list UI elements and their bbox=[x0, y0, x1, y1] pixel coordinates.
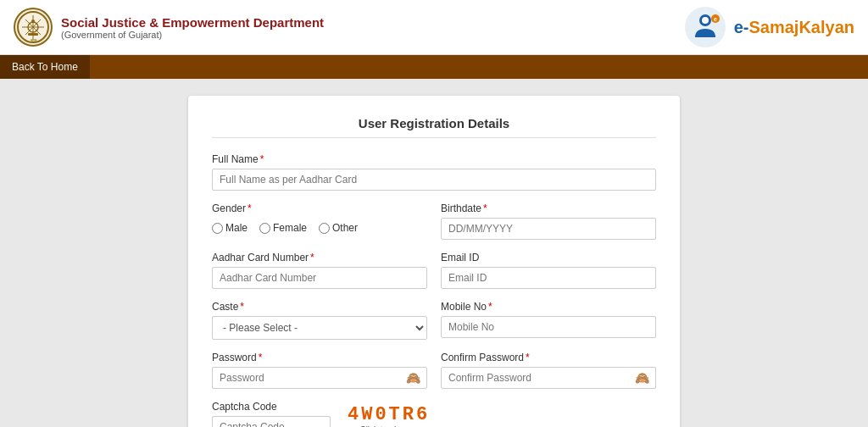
captcha-display: 4W0TR6 Click to change bbox=[348, 404, 430, 427]
gender-birthdate-row: Gender* Male Female Other bbox=[212, 202, 656, 252]
captcha-row: Captcha Code 4W0TR6 Click to change bbox=[212, 401, 656, 427]
org-name: Social Justice & Empowerment Department bbox=[61, 15, 324, 30]
back-to-home-button[interactable]: Back To Home bbox=[0, 55, 91, 79]
gender-male-option[interactable]: Male bbox=[212, 222, 248, 234]
birthdate-label: Birthdate* bbox=[441, 202, 656, 214]
password-input[interactable] bbox=[212, 367, 427, 389]
full-name-label: Full Name* bbox=[212, 153, 656, 165]
gender-female-radio[interactable] bbox=[259, 223, 270, 234]
password-label: Password* bbox=[212, 352, 427, 363]
email-input[interactable] bbox=[441, 267, 656, 289]
birthdate-input[interactable] bbox=[441, 218, 656, 240]
full-name-group: Full Name* bbox=[212, 153, 656, 191]
svg-text:भारत: भारत bbox=[31, 38, 37, 42]
captcha-label: Captcha Code bbox=[212, 401, 331, 413]
gender-radio-group: Male Female Other bbox=[212, 218, 427, 238]
logo-right: e e-SamajKalyan bbox=[683, 5, 854, 49]
logo-prefix: e- bbox=[734, 18, 749, 36]
captcha-group: Captcha Code 4W0TR6 Click to change bbox=[212, 401, 656, 427]
caste-select[interactable]: - Please Select - bbox=[212, 316, 427, 340]
captcha-input[interactable] bbox=[212, 416, 331, 427]
org-sub: (Government of Gujarat) bbox=[61, 30, 324, 40]
emblem-icon: भारत bbox=[14, 8, 53, 47]
password-row: Password* 🙈 Confirm Password* 🙈 bbox=[212, 352, 656, 401]
password-toggle-icon[interactable]: 🙈 bbox=[406, 371, 420, 385]
main-content: User Registration Details Full Name* Gen… bbox=[0, 79, 868, 427]
svg-rect-11 bbox=[28, 33, 38, 36]
confirm-password-input[interactable] bbox=[441, 367, 656, 389]
confirm-password-input-wrapper: 🙈 bbox=[441, 367, 656, 389]
svg-point-13 bbox=[685, 7, 726, 47]
password-input-wrapper: 🙈 bbox=[212, 367, 427, 389]
mobile-input[interactable] bbox=[441, 316, 656, 338]
caste-mobile-row: Caste* - Please Select - Mobile No* bbox=[212, 301, 656, 352]
gender-male-radio[interactable] bbox=[212, 223, 223, 234]
svg-text:e: e bbox=[714, 16, 717, 22]
confirm-password-toggle-icon[interactable]: 🙈 bbox=[635, 371, 649, 385]
password-group: Password* 🙈 bbox=[212, 352, 427, 389]
caste-label: Caste* bbox=[212, 301, 427, 313]
gender-label: Gender* bbox=[212, 202, 427, 214]
captcha-value: 4W0TR6 bbox=[348, 404, 430, 425]
confirm-password-label: Confirm Password* bbox=[441, 352, 656, 363]
full-name-input[interactable] bbox=[212, 169, 656, 191]
gender-other-label: Other bbox=[332, 222, 358, 234]
confirm-password-group: Confirm Password* 🙈 bbox=[441, 352, 656, 389]
registration-form-card: User Registration Details Full Name* Gen… bbox=[188, 96, 680, 427]
captcha-input-group: Captcha Code bbox=[212, 401, 331, 427]
aadhar-input[interactable] bbox=[212, 267, 427, 289]
caste-group: Caste* - Please Select - bbox=[212, 301, 427, 340]
email-label: Email ID bbox=[441, 252, 656, 263]
logo-name: SamajKalyan bbox=[748, 18, 854, 36]
gender-female-option[interactable]: Female bbox=[259, 222, 307, 234]
gender-male-label: Male bbox=[225, 222, 248, 234]
form-title: User Registration Details bbox=[212, 116, 656, 138]
aadhar-label: Aadhar Card Number* bbox=[212, 252, 427, 263]
birthdate-group: Birthdate* bbox=[441, 202, 656, 240]
gender-other-option[interactable]: Other bbox=[319, 222, 358, 234]
org-title: Social Justice & Empowerment Department … bbox=[61, 15, 324, 40]
mobile-label: Mobile No* bbox=[441, 301, 656, 313]
gender-other-radio[interactable] bbox=[319, 223, 330, 234]
aadhar-email-row: Aadhar Card Number* Email ID bbox=[212, 252, 656, 301]
mobile-group: Mobile No* bbox=[441, 301, 656, 340]
navbar: Back To Home bbox=[0, 55, 868, 79]
svg-point-15 bbox=[702, 17, 709, 24]
aadhar-group: Aadhar Card Number* bbox=[212, 252, 427, 289]
header-left: भारत Social Justice & Empowerment Depart… bbox=[14, 8, 324, 47]
esamajkalyan-logo-icon: e bbox=[683, 5, 727, 49]
gender-group: Gender* Male Female Other bbox=[212, 202, 427, 240]
email-group: Email ID bbox=[441, 252, 656, 289]
gender-female-label: Female bbox=[273, 222, 307, 234]
logo-text: e-SamajKalyan bbox=[734, 18, 854, 37]
header: भारत Social Justice & Empowerment Depart… bbox=[0, 0, 868, 55]
